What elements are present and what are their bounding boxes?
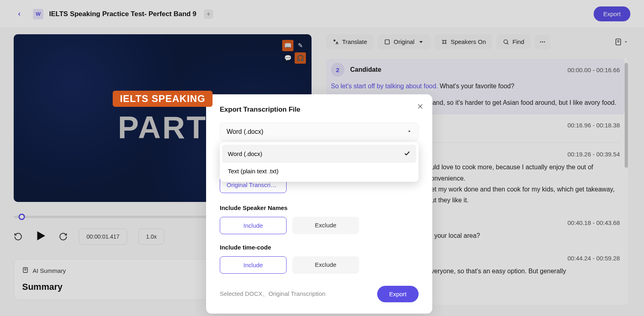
close-button[interactable] (416, 102, 424, 112)
include-speaker-label: Include Speaker Names (220, 204, 419, 211)
format-option-txt[interactable]: Text (plain text .txt) (222, 163, 416, 179)
modal-title: Export Transcription File (220, 106, 419, 114)
export-modal: Export Transcription File Word (.docx) W… (206, 94, 432, 314)
format-select[interactable]: Word (.docx) Word (.docx) Text (plain te… (220, 123, 419, 141)
format-dropdown: Word (.docx) Text (plain text .txt) (220, 142, 419, 182)
speaker-exclude-option[interactable]: Exclude (292, 217, 359, 234)
format-select-value: Word (.docx) (227, 128, 263, 135)
selected-summary: Selected DOCX、Original Transcription (220, 290, 326, 298)
modal-export-button[interactable]: Export (377, 286, 419, 302)
timecode-include-option[interactable]: Include (220, 256, 287, 274)
video-part-text: PART (118, 109, 208, 146)
video-tag: IELTS SPEAKING (113, 91, 213, 107)
timecode-exclude-option[interactable]: Exclude (292, 256, 359, 274)
speaker-include-option[interactable]: Include (220, 217, 287, 234)
format-option-docx[interactable]: Word (.docx) (222, 145, 416, 163)
svg-marker-18 (408, 131, 411, 133)
check-icon (403, 150, 411, 158)
include-timecode-label: Include time-code (220, 244, 419, 251)
chevron-down-icon (407, 128, 412, 135)
